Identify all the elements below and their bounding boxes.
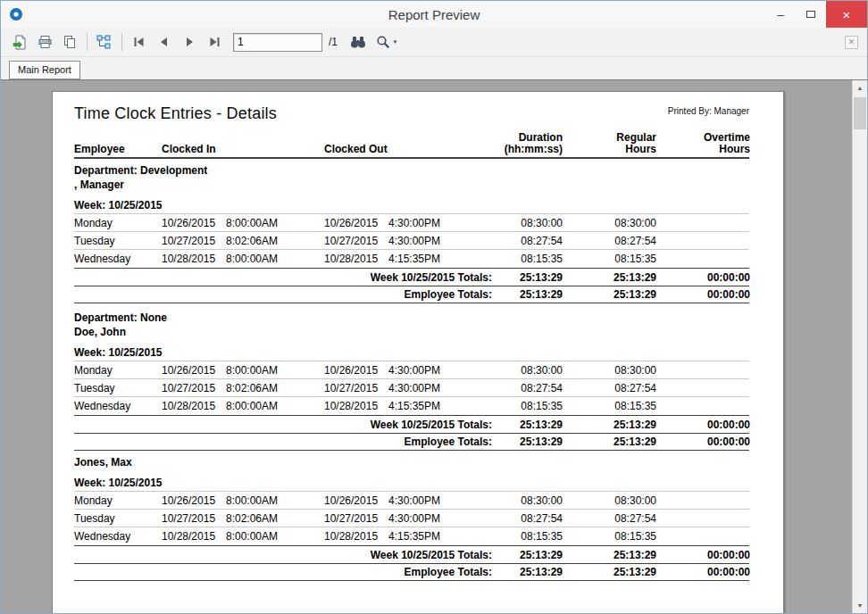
week-header: Week: 10/25/2015 [74,470,749,492]
day-cell: Tuesday [74,235,162,247]
regular-hours-cell: 08:30:00 [563,364,656,377]
week-regular-total: 25:13:29 [563,271,656,284]
scrollbar-thumb[interactable] [854,97,866,129]
duration-cell: 08:30:00 [494,494,563,507]
week-overtime-total: 00:00:00 [656,419,750,431]
last-page-button[interactable] [203,30,226,54]
minimize-button[interactable]: – [765,1,796,28]
employee-totals-row: Employee Totals:25:13:2925:13:2900:00:00 [74,286,749,303]
maximize-button[interactable] [796,1,826,28]
employee-column-header: Employee [74,144,162,155]
close-view-icon[interactable]: ✕ [845,36,858,49]
scroll-up-button[interactable]: ▲ [853,80,867,95]
clocked-out-cell: 10/27/20154:30:00PM [324,512,494,525]
duration-cell: 08:27:54 [494,512,563,525]
first-page-button[interactable] [128,30,151,54]
clocked-in-cell: 10/26/20158:00:00AM [162,364,324,377]
employee-overtime-total: 00:00:00 [656,436,750,448]
vertical-scrollbar[interactable]: ▲ ▼ [852,80,867,613]
report-viewport: Time Clock Entries - Details Printed By:… [1,79,867,613]
previous-page-icon [158,37,171,47]
week-regular-total: 25:13:29 [563,549,656,561]
first-page-icon [133,37,146,47]
zoom-icon [376,35,390,49]
previous-page-button[interactable] [153,30,176,54]
clocked-out-cell: 10/26/20154:30:00PM [324,217,494,229]
next-page-icon [183,37,196,47]
clocked-in-cell: 10/28/20158:00:00AM [162,400,324,412]
close-button[interactable]: × [826,1,867,28]
find-button[interactable] [346,30,370,54]
group-tree-icon [96,35,113,49]
duration-cell: 08:30:00 [494,364,563,377]
page-total-label: /1 [329,36,338,48]
time-entry-row: Wednesday10/28/20158:00:00AM10/28/20154:… [74,250,749,268]
clocked-in-cell: 10/28/20158:00:00AM [162,530,324,543]
employee-duration-total: 25:13:29 [494,288,563,301]
titlebar: Report Preview – × [1,1,867,28]
week-totals-row: Week 10/25/2015 Totals:25:13:2925:13:290… [74,415,749,433]
app-icon[interactable] [9,7,23,21]
clock-out-date: 10/26/2015 [324,364,388,377]
employee-totals-row: Employee Totals:25:13:2925:13:2900:00:00 [74,433,749,451]
day-cell: Monday [74,217,162,229]
week-totals-label: Week 10/25/2015 Totals: [74,419,494,431]
employee-regular-total: 25:13:29 [563,566,656,578]
toolbar-separator [121,33,122,51]
scroll-down-icon: ▼ [857,602,864,609]
clock-in-date: 10/27/2015 [162,512,226,525]
employee-duration-total: 25:13:29 [494,436,563,448]
clock-in-time: 8:00:00AM [226,253,278,265]
department-header: Department: Development [74,163,749,178]
employee-totals-row: Employee Totals:25:13:2925:13:2900:00:00 [74,563,749,581]
clock-in-time: 8:02:06AM [226,235,278,247]
regular-hours-cell: 08:15:35 [563,530,656,543]
clocked-out-cell: 10/28/20154:15:35PM [324,400,494,412]
week-totals-label: Week 10/25/2015 Totals: [74,549,494,561]
clock-in-time: 8:00:00AM [226,217,278,229]
print-button[interactable] [33,30,56,54]
scroll-down-button[interactable]: ▼ [853,598,867,613]
toggle-group-tree-button[interactable] [93,30,116,54]
clocked-in-column-header: Clocked In [162,144,324,155]
clock-in-time: 8:02:06AM [226,382,278,394]
regular-hours-cell: 08:15:35 [563,400,656,412]
clocked-out-cell: 10/26/20154:30:00PM [324,494,494,507]
export-button[interactable] [8,30,31,54]
page-number-input[interactable] [233,33,322,52]
clock-out-date: 10/28/2015 [324,400,388,412]
week-duration-total: 25:13:29 [494,419,563,431]
time-entry-row: Monday10/26/20158:00:00AM10/26/20154:30:… [74,214,749,232]
employee-regular-total: 25:13:29 [563,436,656,448]
week-totals-label: Week 10/25/2015 Totals: [74,271,494,284]
copy-button[interactable] [58,30,81,54]
clocked-out-cell: 10/26/20154:30:00PM [324,364,494,377]
column-header-row: Employee Clocked In Clocked Out Duration… [74,125,749,159]
employee-totals-label: Employee Totals: [74,436,494,448]
clock-out-time: 4:30:00PM [388,217,440,229]
week-overtime-total: 00:00:00 [656,549,750,561]
crystal-reports-icon [9,7,23,21]
clock-out-time: 4:30:00PM [388,235,440,247]
clock-out-date: 10/26/2015 [324,217,388,229]
employee-name: Jones, Max [74,455,749,470]
duration-cell: 08:27:54 [494,235,563,247]
tab-main-report[interactable]: Main Report [9,61,80,79]
day-cell: Wednesday [74,400,162,412]
next-page-button[interactable] [178,30,201,54]
clock-out-time: 4:30:00PM [388,512,440,525]
time-entry-row: Wednesday10/28/20158:00:00AM10/28/20154:… [74,397,749,415]
clock-in-time: 8:00:00AM [226,364,278,377]
zoom-button[interactable]: ▼ [371,30,402,54]
duration-cell: 08:30:00 [494,217,563,229]
week-header: Week: 10/25/2015 [74,193,749,214]
close-icon: × [843,7,851,22]
clock-in-time: 8:00:00AM [226,494,278,507]
report-body: Department: Development, ManagerWeek: 10… [74,163,749,581]
tab-strip: Main Report [1,57,867,79]
time-entry-row: Monday10/26/20158:00:00AM10/26/20154:30:… [74,361,749,379]
maximize-icon [806,11,815,18]
regular-hours-cell: 08:30:00 [563,494,656,507]
regular-hours-cell: 08:27:54 [563,382,656,394]
time-entry-row: Tuesday10/27/20158:02:06AM10/27/20154:30… [74,510,749,527]
